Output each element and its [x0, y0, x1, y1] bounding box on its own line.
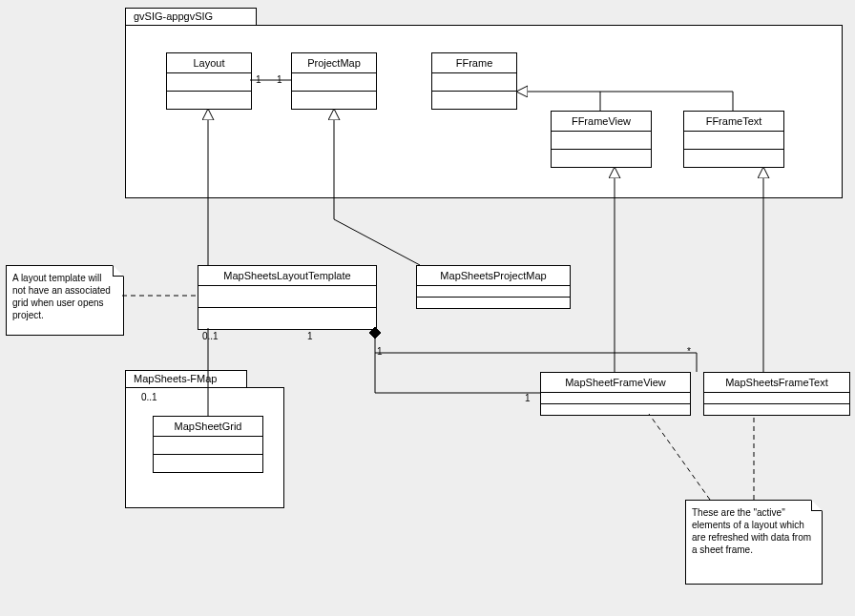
class-mapsheetsprojectmap[interactable]: MapSheetsProjectMap	[416, 265, 571, 309]
mult-grid-01: 0..1	[141, 392, 157, 402]
mult-projectmap-1: 1	[277, 74, 282, 85]
class-fframeview-name: FFrameView	[552, 112, 651, 132]
mult-layout-1: 1	[256, 74, 261, 85]
package-outer-label: gvSIG-appgvSIG	[134, 10, 213, 22]
class-mapsheetsframetext[interactable]: MapSheetsFrameText	[703, 372, 850, 416]
package-inner-label: MapSheets-FMap	[134, 373, 217, 384]
class-projectmap[interactable]: ProjectMap	[291, 52, 377, 110]
class-layout[interactable]: Layout	[166, 52, 252, 110]
class-msfv-name: MapSheetFrameView	[541, 373, 690, 393]
note1-text: A layout template will not have an assoc…	[12, 273, 111, 320]
class-mapsheetgrid[interactable]: MapSheetGrid	[153, 416, 263, 473]
class-mspm-name: MapSheetsProjectMap	[417, 266, 570, 286]
note-active-elements: These are the "active" elements of a lay…	[685, 500, 823, 585]
note2-link-a	[649, 414, 710, 500]
class-msg-name: MapSheetGrid	[154, 417, 262, 437]
mult-msfv-1: 1	[525, 393, 531, 403]
mult-star: *	[687, 346, 691, 357]
mult-mslt-01: 0..1	[202, 331, 219, 341]
class-projectmap-name: ProjectMap	[292, 53, 376, 73]
class-fframeview[interactable]: FFrameView	[551, 111, 652, 168]
comp-mslt-msfv	[375, 328, 540, 393]
class-mapsheetframeview[interactable]: MapSheetFrameView	[540, 372, 691, 416]
mult-mslt-comp-1: 1	[307, 331, 313, 341]
mult-fv-1: 1	[377, 346, 383, 357]
note2-text: These are the "active" elements of a lay…	[692, 507, 811, 555]
class-layout-name: Layout	[167, 53, 251, 73]
class-fframetext-name: FFrameText	[684, 112, 783, 132]
comp-mslt-msft	[375, 353, 697, 372]
class-fframe-name: FFrame	[432, 53, 516, 73]
class-mslt-name: MapSheetsLayoutTemplate	[198, 266, 376, 286]
class-fframe[interactable]: FFrame	[431, 52, 517, 110]
class-mapsheetslayouttemplate[interactable]: MapSheetsLayoutTemplate	[198, 265, 377, 330]
note-layout-template: A layout template will not have an assoc…	[6, 265, 124, 336]
class-msft-name: MapSheetsFrameText	[704, 373, 849, 393]
class-fframetext[interactable]: FFrameText	[683, 111, 784, 168]
